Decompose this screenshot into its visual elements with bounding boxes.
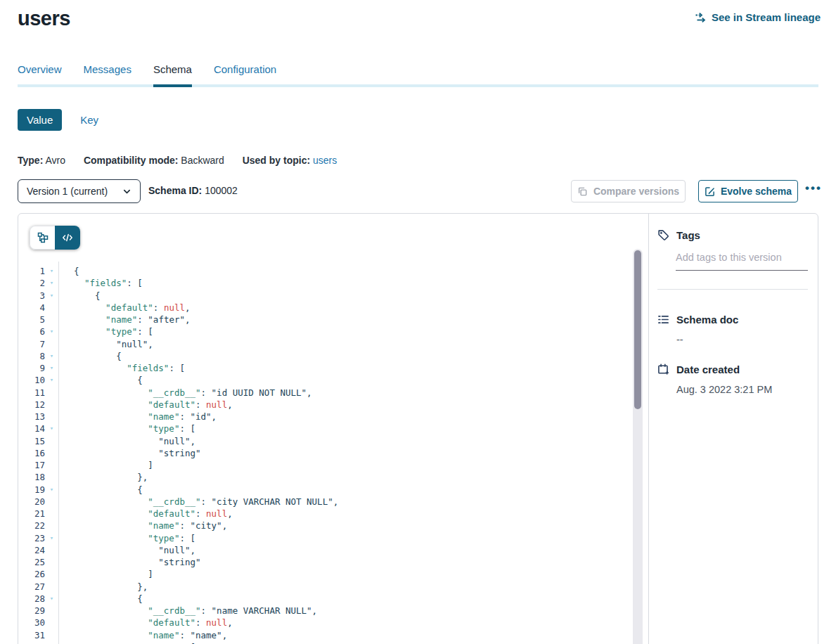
code-text: "default": null, [58,617,648,629]
fold-toggle-icon[interactable]: ▾ [45,484,58,496]
schema-doc-section: Schema doc -- [657,314,808,345]
editor-scrollbar[interactable] [633,249,643,644]
line-number: 12 [18,399,45,411]
fold-toggle-icon[interactable]: ▾ [45,641,58,644]
code-text: "default": null, [58,399,648,411]
stream-lineage-link[interactable]: See in Stream lineage [695,11,821,23]
tab-overview[interactable]: Overview [18,63,62,87]
code-line: 8▾{ [18,350,648,362]
code-line: 10▾{ [18,374,648,386]
tags-input[interactable] [676,250,808,271]
fold-spacer [45,411,58,423]
tags-section: Tags [657,229,808,290]
fold-spacer [45,520,58,532]
schema-type: Type: Avro [18,155,65,166]
code-text: "string" [58,556,648,568]
fold-spacer [45,617,58,629]
line-number: 17 [18,459,45,471]
fold-spacer [45,544,58,556]
fold-toggle-icon[interactable]: ▾ [45,374,58,386]
line-number: 29 [18,605,45,617]
tree-view-button[interactable] [30,226,55,250]
code-line: 14▾"type": [ [18,423,648,434]
fold-toggle-icon[interactable]: ▾ [45,593,58,605]
fold-toggle-icon[interactable]: ▾ [45,423,58,434]
edit-icon [705,186,715,197]
value-toggle-button[interactable]: Value [18,109,62,131]
code-text: ] [58,459,648,471]
code-line: 26] [18,568,648,580]
code-text: ] [58,568,648,580]
line-number: 28 [18,593,45,605]
date-created-title: Date created [676,363,740,375]
used-by-topic: Used by topic: users [243,155,337,166]
tab-bar: Overview Messages Schema Configuration [18,63,818,87]
more-options-button[interactable]: ••• [802,180,825,202]
line-number: 24 [18,544,45,556]
tree-view-icon [37,232,49,243]
stream-lineage-icon [695,12,707,23]
code-line: 28▾{ [18,593,648,605]
schema-code-editor[interactable]: 1▾{2▾"fields": [3▾{4"default": null,5"na… [18,262,648,644]
compare-versions-button[interactable]: Compare versions [571,180,686,202]
line-number: 21 [18,508,45,520]
fold-toggle-icon[interactable]: ▾ [45,532,58,544]
copy-icon [577,186,588,197]
line-number: 10 [18,374,45,386]
fold-spacer [45,496,58,508]
scrollbar-thumb[interactable] [634,250,641,409]
fold-toggle-icon[interactable]: ▾ [45,362,58,374]
line-number: 14 [18,423,45,434]
code-line: 1▾{ [18,265,648,277]
value-key-toggle: Value Key [18,109,818,131]
version-bar: Version 1 (current) Schema ID: 100002 Co… [18,179,818,203]
tab-configuration[interactable]: Configuration [214,63,276,87]
fold-spacer [45,568,58,580]
code-text: "name": "city", [58,520,648,532]
code-text: "type": [ [58,423,648,434]
code-line: 9▾"fields": [ [18,362,648,374]
line-number: 11 [18,387,45,399]
code-line: 15"null", [18,435,648,447]
code-line: 19▾{ [18,484,648,496]
code-view-button[interactable] [55,226,80,250]
code-line: 25"string" [18,556,648,568]
code-text: "type": [ [58,326,648,337]
fold-toggle-icon[interactable]: ▾ [45,326,58,337]
tab-schema[interactable]: Schema [153,63,192,87]
fold-toggle-icon[interactable]: ▾ [45,277,58,289]
code-text: { [58,350,648,362]
calendar-plus-icon [657,363,669,375]
date-created-section: Date created Aug. 3 2022 3:21 PM [657,363,808,395]
fold-spacer [45,399,58,411]
version-dropdown[interactable]: Version 1 (current) [18,179,141,203]
fold-spacer [45,581,58,593]
code-line: 24"null", [18,544,648,556]
code-text: }, [58,581,648,593]
topic-link[interactable]: users [313,155,337,166]
fold-toggle-icon[interactable]: ▾ [45,350,58,362]
code-text: { [58,593,648,605]
line-number: 30 [18,617,45,629]
fold-toggle-icon[interactable]: ▾ [45,265,58,277]
line-number: 32 [18,641,45,644]
tab-messages[interactable]: Messages [84,63,131,87]
code-text: { [58,484,648,496]
line-number: 22 [18,520,45,532]
key-toggle-button[interactable]: Key [80,114,98,126]
line-number: 19 [18,484,45,496]
code-text: "null", [58,338,648,350]
schema-doc-title: Schema doc [676,314,738,326]
code-line: 18}, [18,471,648,483]
fold-spacer [45,338,58,350]
schema-sidebar: Tags Schema doc -- [648,214,818,644]
evolve-schema-button[interactable]: Evolve schema [698,180,798,202]
fold-toggle-icon[interactable]: ▾ [45,290,58,302]
code-line: 20"__crdb__": "city VARCHAR NOT NULL", [18,496,648,508]
code-text: { [58,290,648,302]
date-created-value: Aug. 3 2022 3:21 PM [676,384,808,395]
code-text: "__crdb__": "name VARCHAR NULL", [58,605,648,617]
fold-spacer [45,435,58,447]
schema-code-pane: 1▾{2▾"fields": [3▾{4"default": null,5"na… [18,214,648,644]
code-text: "fields": [ [58,277,648,289]
